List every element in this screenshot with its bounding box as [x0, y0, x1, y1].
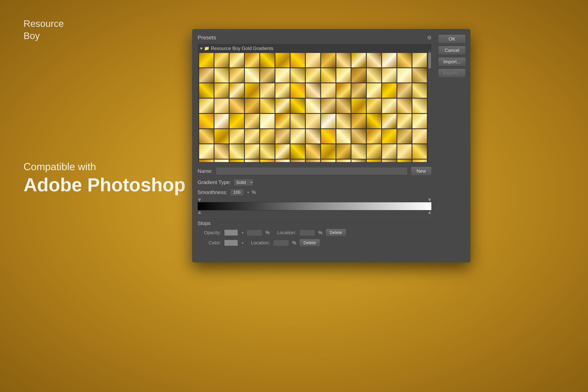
gradient-cell[interactable] [199, 114, 214, 128]
gradient-cell[interactable] [336, 159, 351, 162]
gradient-cell[interactable] [397, 83, 412, 98]
gradient-cell[interactable] [275, 68, 290, 83]
gradient-cell[interactable] [321, 159, 336, 162]
import-button[interactable]: Import... [438, 57, 466, 66]
gradient-cell[interactable] [366, 53, 382, 68]
gradient-cell[interactable] [366, 159, 382, 162]
gradient-cell[interactable] [366, 129, 382, 144]
gradient-cell[interactable] [199, 98, 214, 113]
gradient-cell[interactable] [199, 53, 214, 68]
gradient-cell[interactable] [199, 68, 214, 83]
gradient-cell[interactable] [306, 144, 320, 159]
gradient-cell[interactable] [321, 98, 336, 113]
gradient-cell[interactable] [351, 53, 366, 68]
gradient-cell[interactable] [290, 129, 305, 144]
gradient-cell[interactable] [351, 83, 366, 98]
gradient-cell[interactable] [412, 159, 427, 162]
gradient-cell[interactable] [275, 98, 290, 113]
gradient-cell[interactable] [244, 144, 260, 159]
color-stop-left[interactable] [198, 211, 201, 214]
gradient-cell[interactable] [306, 159, 320, 162]
gradient-cell[interactable] [412, 83, 427, 98]
opacity-location-input[interactable] [299, 230, 315, 236]
gradient-cell[interactable] [290, 144, 305, 159]
gradient-cell[interactable] [397, 98, 412, 113]
gradient-cell[interactable] [351, 144, 366, 159]
gradient-cell[interactable] [382, 53, 397, 68]
export-button[interactable]: Export... [438, 68, 466, 78]
gradient-cell[interactable] [244, 83, 260, 98]
gradient-cell[interactable] [229, 68, 244, 83]
name-input[interactable] [216, 167, 408, 175]
gradient-cell[interactable] [306, 98, 320, 113]
new-button[interactable]: New [411, 166, 432, 176]
gradient-cell[interactable] [290, 53, 305, 68]
gradient-cell[interactable] [214, 68, 229, 83]
cancel-button[interactable]: Cancel [438, 46, 466, 55]
delete-color-stop-button[interactable]: Delete [299, 239, 320, 247]
gradient-cell[interactable] [214, 144, 229, 159]
gradient-cell[interactable] [290, 98, 305, 113]
gradient-cell[interactable] [412, 129, 427, 144]
gradient-cell[interactable] [260, 53, 275, 68]
gradient-cell[interactable] [244, 114, 260, 128]
gradient-cell[interactable] [366, 68, 382, 83]
gradient-cell[interactable] [351, 98, 366, 113]
gradient-cell[interactable] [275, 144, 290, 159]
gradient-cell[interactable] [397, 144, 412, 159]
smoothness-input[interactable] [230, 189, 244, 196]
gradient-cell[interactable] [229, 159, 244, 162]
gradient-cell[interactable] [199, 159, 214, 162]
gradient-cell[interactable] [214, 98, 229, 113]
gear-icon[interactable]: ⚙ [427, 35, 432, 41]
gradient-cell[interactable] [336, 129, 351, 144]
gradient-cell[interactable] [229, 144, 244, 159]
gradient-cell[interactable] [306, 129, 320, 144]
gradient-cell[interactable] [214, 83, 229, 98]
gradient-cell[interactable] [275, 114, 290, 128]
gradient-cell[interactable] [382, 68, 397, 83]
gradient-cell[interactable] [321, 114, 336, 128]
gradient-cell[interactable] [214, 159, 229, 162]
gradient-cell[interactable] [214, 53, 229, 68]
gradient-cell[interactable] [336, 68, 351, 83]
gradient-cell[interactable] [260, 68, 275, 83]
gradient-cell[interactable] [260, 98, 275, 113]
gradient-cell[interactable] [199, 129, 214, 144]
gradient-cell[interactable] [412, 68, 427, 83]
gradient-cell[interactable] [336, 114, 351, 128]
gradient-cell[interactable] [397, 68, 412, 83]
gradient-cell[interactable] [382, 159, 397, 162]
gradient-cell[interactable] [351, 129, 366, 144]
opacity-value-input[interactable] [246, 230, 262, 236]
gradient-cell[interactable] [229, 83, 244, 98]
gradient-cell[interactable] [321, 144, 336, 159]
gradient-cell[interactable] [306, 114, 320, 128]
gradient-cell[interactable] [275, 129, 290, 144]
gradient-cell[interactable] [382, 114, 397, 128]
gradient-cell[interactable] [336, 144, 351, 159]
opacity-swatch[interactable] [224, 230, 238, 236]
gradient-cell[interactable] [275, 53, 290, 68]
gradient-cell[interactable] [244, 159, 260, 162]
scrollbar[interactable] [428, 51, 431, 162]
gradient-cell[interactable] [244, 129, 260, 144]
gradient-cell[interactable] [290, 159, 305, 162]
gradient-cell[interactable] [336, 98, 351, 113]
gradient-cell[interactable] [229, 129, 244, 144]
scroll-thumb[interactable] [428, 53, 431, 68]
gradient-cell[interactable] [199, 83, 214, 98]
gradient-cell[interactable] [306, 83, 320, 98]
ok-button[interactable]: OK [438, 34, 466, 44]
gradient-cell[interactable] [351, 114, 366, 128]
gradient-cell[interactable] [260, 129, 275, 144]
gradient-cell[interactable] [275, 83, 290, 98]
gradient-cell[interactable] [229, 53, 244, 68]
gradient-cell[interactable] [336, 83, 351, 98]
gradient-cell[interactable] [382, 129, 397, 144]
gradient-cell[interactable] [244, 98, 260, 113]
gradient-cell[interactable] [412, 114, 427, 128]
opacity-stop-right[interactable] [428, 198, 431, 202]
gradient-cell[interactable] [382, 83, 397, 98]
gradient-cell[interactable] [412, 144, 427, 159]
